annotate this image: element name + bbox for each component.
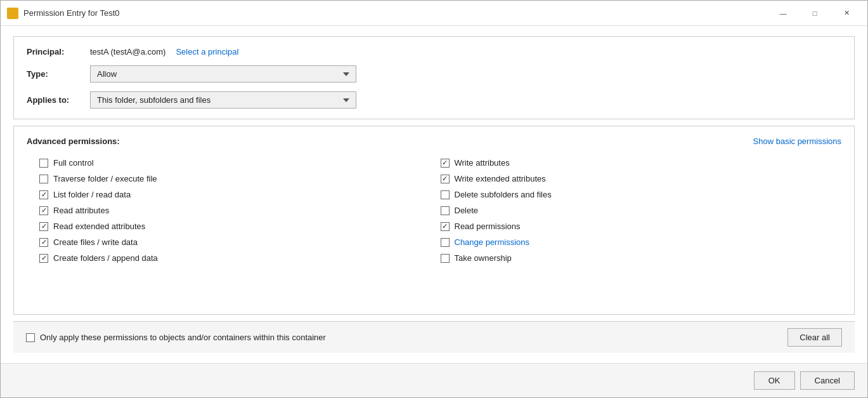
perm-delete-label: Delete <box>455 206 479 215</box>
bottom-bar: Only apply these permissions to objects … <box>13 321 855 353</box>
perm-change-permissions-checkbox[interactable] <box>441 238 450 247</box>
perm-delete-subfolders: Delete subfolders and files <box>441 187 842 202</box>
window-title: Permission Entry for Test0 <box>23 8 768 18</box>
ok-button[interactable]: OK <box>754 371 795 390</box>
show-basic-link[interactable]: Show basic permissions <box>753 136 841 146</box>
perm-delete: Delete <box>441 202 842 218</box>
close-button[interactable]: ✕ <box>832 4 861 23</box>
permissions-section: Advanced permissions: Show basic permiss… <box>13 126 855 315</box>
perm-read-extended-checkbox[interactable] <box>39 222 48 231</box>
clear-all-button[interactable]: Clear all <box>787 328 842 347</box>
applies-dropdown[interactable]: This folder, subfolders and files This f… <box>90 91 356 109</box>
action-row: OK Cancel <box>1 363 867 397</box>
perm-read-extended-label: Read extended attributes <box>53 222 145 231</box>
perm-write-extended: Write extended attributes <box>441 171 842 187</box>
title-bar: Permission Entry for Test0 — □ ✕ <box>1 1 867 26</box>
permissions-header: Advanced permissions: Show basic permiss… <box>27 136 841 146</box>
perm-list-folder: List folder / read data <box>39 187 441 202</box>
perm-traverse-checkbox[interactable] <box>39 175 48 183</box>
perm-list-folder-label: List folder / read data <box>53 190 131 199</box>
principal-value: testA (testA@a.com) <box>90 47 165 56</box>
window: Permission Entry for Test0 — □ ✕ Princip… <box>0 0 868 398</box>
perm-delete-subfolders-label: Delete subfolders and files <box>455 190 552 199</box>
perm-read-attributes: Read attributes <box>39 202 441 218</box>
permissions-left-col: Full control Traverse folder / execute f… <box>39 155 441 266</box>
perm-take-ownership-label: Take ownership <box>455 253 512 263</box>
perm-create-folders-label: Create folders / append data <box>53 253 158 263</box>
perm-read-extended: Read extended attributes <box>39 218 441 234</box>
type-row: Type: Allow Deny <box>27 65 841 83</box>
principal-row: Principal: testA (testA@a.com) Select a … <box>27 47 841 56</box>
perm-read-permissions-label: Read permissions <box>455 222 521 231</box>
only-apply-checkbox[interactable] <box>26 333 35 342</box>
window-icon <box>7 8 18 19</box>
perm-read-attributes-label: Read attributes <box>53 206 109 215</box>
permissions-right-col: Write attributes Write extended attribut… <box>441 155 842 266</box>
perm-change-permissions-label: Change permissions <box>455 237 530 247</box>
perm-full-control-checkbox[interactable] <box>39 159 48 168</box>
principal-section: Principal: testA (testA@a.com) Select a … <box>13 36 855 119</box>
perm-delete-subfolders-checkbox[interactable] <box>441 190 450 199</box>
cancel-button[interactable]: Cancel <box>800 371 855 390</box>
perm-change-permissions: Change permissions <box>441 234 842 250</box>
perm-read-attributes-checkbox[interactable] <box>39 206 48 215</box>
type-label: Type: <box>27 69 90 79</box>
perm-create-folders-checkbox[interactable] <box>39 254 48 263</box>
maximize-button[interactable]: □ <box>800 4 829 23</box>
window-content: Principal: testA (testA@a.com) Select a … <box>1 26 867 363</box>
perm-write-attributes: Write attributes <box>441 155 842 171</box>
principal-label: Principal: <box>27 47 90 56</box>
select-principal-link[interactable]: Select a principal <box>176 47 238 56</box>
perm-take-ownership: Take ownership <box>441 250 842 266</box>
perm-create-files: Create files / write data <box>39 234 441 250</box>
title-bar-controls: — □ ✕ <box>768 4 861 23</box>
perm-read-permissions: Read permissions <box>441 218 842 234</box>
permissions-title: Advanced permissions: <box>27 136 120 146</box>
only-apply-row: Only apply these permissions to objects … <box>26 333 326 342</box>
perm-traverse-label: Traverse folder / execute file <box>53 174 157 183</box>
perm-full-control-label: Full control <box>53 158 94 168</box>
type-dropdown[interactable]: Allow Deny <box>90 65 356 83</box>
perm-traverse: Traverse folder / execute file <box>39 171 441 187</box>
permissions-grid: Full control Traverse folder / execute f… <box>39 155 841 266</box>
applies-row: Applies to: This folder, subfolders and … <box>27 91 841 109</box>
perm-write-extended-label: Write extended attributes <box>455 174 546 183</box>
perm-write-extended-checkbox[interactable] <box>441 175 450 183</box>
perm-delete-checkbox[interactable] <box>441 206 450 215</box>
perm-read-permissions-checkbox[interactable] <box>441 222 450 231</box>
perm-write-attributes-checkbox[interactable] <box>441 159 450 168</box>
perm-create-files-label: Create files / write data <box>53 237 138 247</box>
perm-create-files-checkbox[interactable] <box>39 238 48 247</box>
perm-take-ownership-checkbox[interactable] <box>441 254 450 263</box>
applies-label: Applies to: <box>27 95 90 105</box>
perm-list-folder-checkbox[interactable] <box>39 190 48 199</box>
perm-write-attributes-label: Write attributes <box>455 158 510 168</box>
perm-full-control: Full control <box>39 155 441 171</box>
perm-create-folders: Create folders / append data <box>39 250 441 266</box>
minimize-button[interactable]: — <box>768 4 798 23</box>
only-apply-label: Only apply these permissions to objects … <box>40 333 326 342</box>
